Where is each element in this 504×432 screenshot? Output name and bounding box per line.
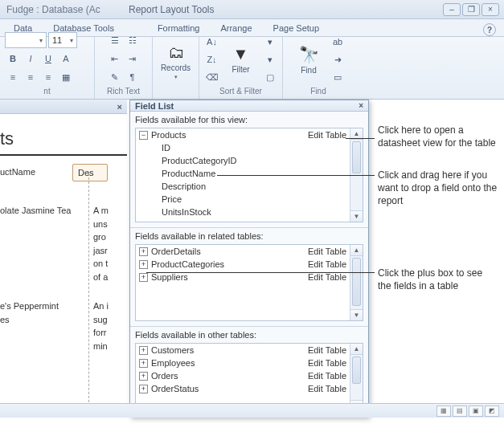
expand-icon[interactable]: + xyxy=(139,247,148,256)
field-list-pane: Field List × Fields available for this v… xyxy=(129,100,369,418)
clear-sort-button[interactable]: ⌫ xyxy=(204,69,220,85)
ltr-button[interactable]: ¶ xyxy=(125,69,141,85)
scroll-thumb[interactable] xyxy=(352,258,361,306)
table-node-orders[interactable]: Orders xyxy=(151,371,308,381)
fields-related-list: +OrderDetailsEdit Table +ProductCategori… xyxy=(135,244,363,321)
field-productcategoryid[interactable]: ProductCategoryID xyxy=(162,156,346,165)
cell-productname[interactable]: e's Peppermint es xyxy=(0,296,88,356)
edit-table-link[interactable]: Edit Table xyxy=(308,272,346,282)
table-node-employees[interactable]: Employees xyxy=(151,358,308,368)
text-highlight-button[interactable]: ✎ xyxy=(107,69,123,85)
font-size-combo[interactable]: 11▾ xyxy=(48,32,77,48)
edit-table-link[interactable]: Edit Table xyxy=(308,130,346,140)
scroll-up-button[interactable]: ▲ xyxy=(350,344,363,355)
records-button[interactable]: 🗂 Records ▾ xyxy=(155,39,196,84)
edit-table-link[interactable]: Edit Table xyxy=(308,384,346,393)
select-button[interactable]: ▭ xyxy=(330,69,346,85)
font-size-value: 11 xyxy=(52,35,62,45)
minimize-button[interactable]: – xyxy=(443,3,461,16)
bullets-button[interactable]: ☰ xyxy=(107,32,123,48)
font-color-button[interactable]: A xyxy=(58,51,74,67)
find-label: Find xyxy=(301,66,316,75)
design-view-button[interactable]: ◩ xyxy=(485,406,499,417)
underline-button[interactable]: U xyxy=(40,51,56,67)
column-divider xyxy=(88,173,89,414)
numbering-button[interactable]: ☷ xyxy=(125,32,141,48)
callout-line xyxy=(346,138,375,139)
align-left-button[interactable]: ≡ xyxy=(5,69,21,85)
scrollbar[interactable]: ▲ ▼ xyxy=(350,344,363,411)
decrease-indent-button[interactable]: ⇤ xyxy=(107,51,123,67)
field-list-close[interactable]: × xyxy=(359,101,363,110)
scroll-up-button[interactable]: ▲ xyxy=(350,245,363,256)
increase-indent-button[interactable]: ⇥ xyxy=(125,51,141,67)
edit-table-link[interactable]: Edit Table xyxy=(308,259,346,269)
help-button[interactable]: ? xyxy=(483,23,496,36)
scroll-thumb[interactable] xyxy=(352,357,361,384)
table-node-orderdetails[interactable]: OrderDetails xyxy=(151,247,308,256)
cell-description[interactable]: An i sug forr min xyxy=(88,296,124,356)
column-header-description[interactable]: Des xyxy=(72,164,108,181)
scroll-down-button[interactable]: ▼ xyxy=(350,309,363,320)
font-group-label: nt xyxy=(43,85,50,97)
sort-desc-button[interactable]: Z↓ xyxy=(204,51,220,67)
tab-formatting[interactable]: Formatting xyxy=(147,19,211,36)
table-node-products[interactable]: Products xyxy=(151,130,308,140)
goto-button[interactable]: ➜ xyxy=(330,51,346,67)
report-surface[interactable]: × ts uctName Des olate Jasmine Tea A m u… xyxy=(0,100,127,418)
advanced-filter-button[interactable]: ▾ xyxy=(262,51,278,67)
cell-description[interactable]: A m uns gro jasr on t of a xyxy=(88,201,124,287)
font-name-combo[interactable]: ▾ xyxy=(5,32,47,48)
field-unitsinstock[interactable]: UnitsInStock xyxy=(162,207,346,217)
edit-table-link[interactable]: Edit Table xyxy=(308,345,346,355)
title-bar: Fudge : Database (Ac Report Layout Tools… xyxy=(0,0,504,19)
table-node-suppliers[interactable]: Suppliers xyxy=(151,272,308,282)
column-header-productname[interactable]: uctName xyxy=(0,164,72,181)
report-view-button[interactable]: ▦ xyxy=(436,406,451,417)
expand-icon[interactable]: + xyxy=(139,359,148,368)
field-productname[interactable]: ProductName xyxy=(162,169,346,178)
print-preview-button[interactable]: ▤ xyxy=(453,406,467,417)
replace-button[interactable]: ab xyxy=(330,34,346,50)
binoculars-icon: 🔭 xyxy=(299,45,319,64)
align-right-button[interactable]: ≡ xyxy=(40,69,56,85)
section-header-related: Fields available in related tables: xyxy=(130,228,368,244)
edit-table-link[interactable]: Edit Table xyxy=(308,247,346,256)
selection-filter-button[interactable]: ▾ xyxy=(262,34,278,50)
align-center-button[interactable]: ≡ xyxy=(23,69,39,85)
nav-pane-close[interactable]: × xyxy=(117,102,122,112)
bold-button[interactable]: B xyxy=(5,51,21,67)
restore-button[interactable]: ❐ xyxy=(462,3,480,16)
table-node-orderstatus[interactable]: OrderStatus xyxy=(151,384,308,393)
table-node-productcategories[interactable]: ProductCategories xyxy=(151,259,308,269)
expand-icon[interactable]: + xyxy=(139,273,148,282)
section-header-other: Fields available in other tables: xyxy=(130,327,368,343)
table-node-customers[interactable]: Customers xyxy=(151,345,308,355)
app-title: Fudge : Database (Ac xyxy=(0,4,113,15)
cell-productname[interactable]: olate Jasmine Tea xyxy=(0,201,88,287)
toggle-filter-button[interactable]: ▢ xyxy=(262,69,278,85)
scroll-down-button[interactable]: ▼ xyxy=(350,210,363,222)
expand-icon[interactable]: + xyxy=(139,385,148,393)
expand-icon[interactable]: + xyxy=(139,260,148,269)
fill-color-button[interactable]: ▦ xyxy=(58,69,74,85)
italic-button[interactable]: I xyxy=(23,51,39,67)
edit-table-link[interactable]: Edit Table xyxy=(308,358,346,368)
status-bar: ▦ ▤ ▣ ◩ xyxy=(0,403,504,418)
collapse-icon[interactable]: − xyxy=(139,131,148,140)
scroll-thumb[interactable] xyxy=(352,141,361,173)
expand-icon[interactable]: + xyxy=(139,372,148,381)
sort-asc-button[interactable]: A↓ xyxy=(204,34,220,50)
edit-table-link[interactable]: Edit Table xyxy=(308,371,346,381)
field-price[interactable]: Price xyxy=(162,194,346,204)
field-id[interactable]: ID xyxy=(162,143,346,153)
scrollbar[interactable]: ▲ ▼ xyxy=(350,245,363,320)
expand-icon[interactable]: + xyxy=(139,346,148,355)
annotation-edit-table: Click here to open a datasheet view for … xyxy=(378,124,498,149)
find-button[interactable]: 🔭 Find xyxy=(291,41,326,79)
callout-line xyxy=(217,175,375,176)
field-description[interactable]: Description xyxy=(162,181,346,191)
filter-button[interactable]: ▼ Filter xyxy=(223,41,259,78)
layout-view-button[interactable]: ▣ xyxy=(469,406,483,417)
close-button[interactable]: × xyxy=(481,3,499,16)
